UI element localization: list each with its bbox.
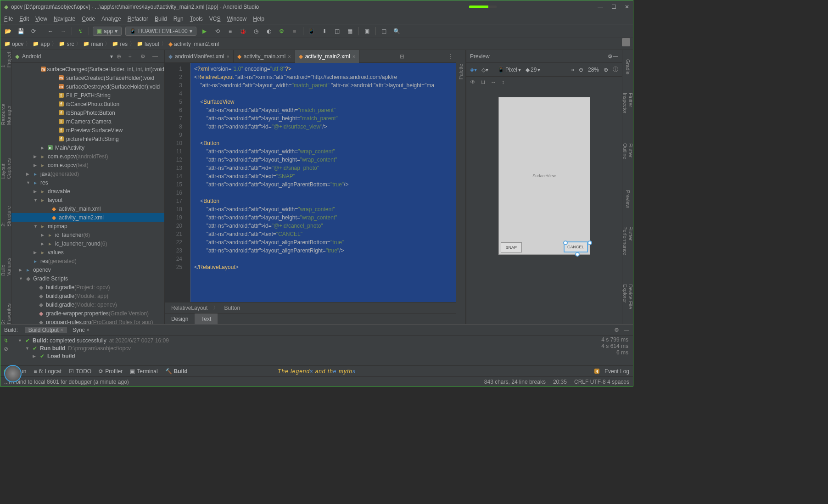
tree-item[interactable]: fmCamera:Camera <box>11 117 164 126</box>
project-tree[interactable]: msurfaceChanged(SurfaceHolder, int, int,… <box>11 63 164 324</box>
selection-handle[interactable] <box>575 252 580 257</box>
menu-window[interactable]: Window <box>227 16 246 22</box>
menu-view[interactable]: View <box>35 16 47 22</box>
import-icon[interactable]: ◫ <box>380 27 389 36</box>
tree-item[interactable]: ▼▸layout <box>11 196 164 204</box>
tree-item[interactable]: msurfaceDestroyed(SurfaceHolder):void <box>11 82 164 91</box>
build-row[interactable]: ▼✔Build: completed successfully at 2020/… <box>15 336 593 344</box>
close-button[interactable]: ✕ <box>625 4 629 10</box>
fold-gutter[interactable] <box>185 63 190 302</box>
close-icon[interactable]: × <box>288 54 291 59</box>
tree-item[interactable]: ▶▸drawable <box>11 187 164 196</box>
left-tab-favorites[interactable]: 2: Favorites <box>0 303 11 324</box>
project-structure-icon[interactable]: ▣ <box>363 27 372 36</box>
gear-icon[interactable]: ⚙ <box>608 53 613 60</box>
tree-item[interactable]: msurfaceCreated(SurfaceHolder):void <box>11 73 164 82</box>
build-tab-sync[interactable]: Sync × <box>69 327 93 333</box>
surface-selector[interactable]: ◈▾ <box>470 67 477 73</box>
zoom-out-icon[interactable]: ⊖ <box>579 67 583 73</box>
breadcrumb-item[interactable]: ◆ activity_main2.xml <box>168 41 219 47</box>
run-config-selector[interactable]: ▣ app ▾ <box>93 27 122 36</box>
menu-refactor[interactable]: Refactor <box>128 16 148 22</box>
selection-handle[interactable] <box>563 241 568 245</box>
right-tab-gradle[interactable]: Gradle <box>625 59 631 74</box>
locate-icon[interactable]: ⊕ <box>117 53 125 60</box>
right-tab-flutter-inspector[interactable]: Flutter Inspector <box>622 93 633 125</box>
split-icon[interactable]: ⊟ <box>397 53 407 60</box>
tab-logcat[interactable]: ≡6: Logcat <box>34 368 61 375</box>
tree-item[interactable]: fibCancelPhoto:Button <box>11 100 164 108</box>
tree-item[interactable]: ▼◆Gradle Scripts <box>11 274 164 283</box>
menu-tools[interactable]: Tools <box>190 16 203 22</box>
magnet-icon[interactable]: ⊔ <box>481 79 485 85</box>
coverage-icon[interactable]: ◐ <box>264 27 274 36</box>
menu-edit[interactable]: Edit <box>19 16 29 22</box>
layout-preview[interactable]: SurfaceView SNAP CANCEL <box>498 97 590 255</box>
status-position[interactable]: 20:35 <box>553 379 567 385</box>
stop-icon[interactable]: ■ <box>290 27 299 36</box>
debug-icon[interactable]: 🐞 <box>239 27 248 36</box>
apply-code-icon[interactable]: ≡ <box>226 27 235 36</box>
menu-help[interactable]: Help <box>253 16 264 22</box>
sdk-icon[interactable]: ⬇ <box>320 27 329 36</box>
open-icon[interactable]: 📂 <box>3 27 12 36</box>
breadcrumb-item[interactable]: 📁 opcv <box>4 41 23 47</box>
close-icon[interactable]: × <box>226 54 229 59</box>
sync-icon[interactable]: ⟳ <box>29 27 38 36</box>
tree-item[interactable]: fFILE_PATH:String <box>11 91 164 100</box>
tree-item[interactable]: ▼▸mipmap <box>11 222 164 230</box>
user-avatar-icon[interactable] <box>622 38 630 46</box>
tree-item[interactable]: ◆proguard-rules.pro (ProGuard Rules for … <box>11 318 164 324</box>
left-tab-build-variants[interactable]: Build Variants <box>0 254 11 276</box>
right-tab-device-file-explorer[interactable]: Device File Explorer <box>622 284 633 324</box>
build-row[interactable]: ▶✔Load build <box>15 352 593 358</box>
run-icon[interactable]: ▶ <box>200 27 209 36</box>
dropdown-icon[interactable]: ▾ <box>110 53 113 60</box>
left-tab-structure[interactable]: 2: Structure <box>0 206 11 227</box>
gear-icon[interactable]: ⚙ <box>614 327 619 333</box>
right-tab-flutter-performance[interactable]: Flutter Performance <box>622 226 633 266</box>
tree-item[interactable]: ▶▸ic_launcher (6) <box>11 230 164 239</box>
tree-item[interactable]: ◆build.gradle (Module: app) <box>11 291 164 300</box>
save-icon[interactable]: 💾 <box>16 27 25 36</box>
menu-run[interactable]: Run <box>173 16 184 22</box>
breadcrumb-item[interactable]: 📁 main <box>83 41 103 47</box>
right-tab-preview[interactable]: Preview <box>625 190 631 208</box>
breadcrumb-item[interactable]: 📁 layout <box>137 41 159 47</box>
tree-item[interactable]: ▶▸ic_launcher_round (6) <box>11 239 164 248</box>
tree-item[interactable]: ▶▸com.e.opcv (androidTest) <box>11 152 164 161</box>
collapse-icon[interactable]: ÷ <box>129 53 137 60</box>
path-item[interactable]: RelativeLayout <box>171 305 207 311</box>
avd-icon[interactable]: 📱 <box>307 27 316 36</box>
code-editor[interactable]: 1234567891011121314151617181920212223242… <box>165 63 456 302</box>
tree-item[interactable]: msurfaceChanged(SurfaceHolder, int, int,… <box>11 65 164 73</box>
build-output[interactable]: ▼✔Build: completed successfully at 2020/… <box>11 336 597 358</box>
tree-item[interactable]: fibSnapPhoto:Button <box>11 108 164 117</box>
device-selector[interactable]: 📱 HUAWEI EML-AL00 ▾ <box>125 27 196 36</box>
minimize-icon[interactable]: — <box>613 53 618 60</box>
tree-item[interactable]: ◆build.gradle (Module: opencv) <box>11 300 164 309</box>
menu-analyze[interactable]: Analyze <box>101 16 121 22</box>
breadcrumb-item[interactable]: 📁 src <box>59 41 74 47</box>
profile-icon[interactable]: ◷ <box>252 27 261 36</box>
menu-vcs[interactable]: VCS <box>209 16 221 22</box>
minimize-button[interactable]: — <box>598 4 603 10</box>
tree-item[interactable]: ▶▸java (generated) <box>11 169 164 178</box>
tab-profiler[interactable]: ⟳Profiler <box>99 368 123 375</box>
tab-design[interactable]: Design <box>165 314 195 325</box>
menu-navigate[interactable]: Navigate <box>54 16 75 22</box>
tree-item[interactable]: ◆gradle-wrapper.properties (Gradle Versi… <box>11 309 164 318</box>
tree-item[interactable]: ◆activity_main.xml <box>11 204 164 213</box>
attach-icon[interactable]: ⚙ <box>277 27 286 36</box>
maximize-button[interactable]: ☐ <box>611 4 616 10</box>
device-selector[interactable]: 📱 Pixel▾ <box>498 67 521 73</box>
build-filter-icon[interactable]: ⊘ <box>4 346 8 352</box>
tab-text[interactable]: Text <box>195 314 218 325</box>
forward-icon[interactable]: → <box>59 27 68 36</box>
build-tree-icon[interactable]: ↯ <box>4 337 8 344</box>
h-arrows-icon[interactable]: ↔ <box>491 79 496 85</box>
project-view-selector[interactable]: Android <box>22 53 110 60</box>
menu-build[interactable]: Build <box>155 16 167 22</box>
code-content[interactable]: <?xml version="1.0" encoding="utf-8"?><R… <box>190 63 456 302</box>
orientation-selector[interactable]: ◇▾ <box>481 67 488 73</box>
